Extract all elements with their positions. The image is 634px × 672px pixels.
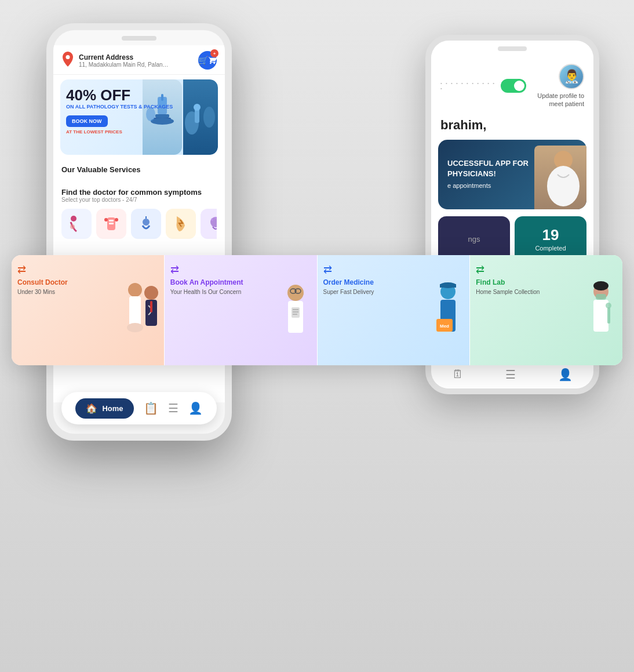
back-header: • • • • • • • • • • • • 👨‍⚕️ Update prof…: [431, 55, 593, 113]
svg-point-53: [606, 303, 611, 308]
service-card-order[interactable]: ⇄ Order Medicine Super Fast Delivery Med: [318, 255, 470, 365]
book-figures: [275, 275, 316, 365]
availability-toggle[interactable]: [501, 79, 526, 93]
lab-figures: [581, 275, 621, 365]
service-card-book[interactable]: ⇄ Book An Appointment Your Health Is Our…: [165, 255, 317, 365]
services-section: Our Valuable Services: [53, 159, 225, 183]
symptom-head[interactable]: [201, 209, 217, 239]
svg-point-30: [127, 323, 143, 332]
phone-notch: [122, 36, 156, 41]
symptom-arm[interactable]: [166, 209, 196, 239]
back-banner: UCCESSFUL APP FOR PHYSICIANS! e appointm…: [438, 140, 586, 209]
services-title: Our Valuable Services: [61, 165, 217, 174]
svg-point-28: [128, 283, 142, 297]
order-figures: Med: [428, 275, 468, 365]
home-label: Home: [102, 404, 123, 413]
phone-front: Current Address 11, Madakkulam Main Rd, …: [46, 23, 232, 441]
promo-price-text: AT THE LOWEST PRICES: [66, 129, 212, 135]
svg-rect-29: [129, 296, 141, 325]
consult-figures: [122, 275, 163, 365]
svg-point-20: [104, 218, 108, 221]
symptom-icons-row: [61, 209, 217, 239]
book-icon: ⇄: [170, 263, 311, 276]
nav-profile-icon[interactable]: 👤: [188, 401, 203, 415]
promo-banner: 40% OFF ON ALL PATHOLOGY TESTS & PACKAGE…: [60, 79, 218, 155]
back-nav-calendar[interactable]: 🗓: [452, 368, 464, 382]
back-greeting: brahim,: [431, 113, 593, 140]
symptom-bp[interactable]: [96, 209, 126, 239]
doctors-section-title: Find the doctor for common symptoms: [61, 188, 217, 197]
symptom-joint[interactable]: [61, 209, 92, 239]
service-card-consult[interactable]: ⇄ Consult Doctor Under 30 Mins: [12, 255, 164, 365]
back-nav-profile[interactable]: 👤: [558, 368, 573, 382]
completed-number: 19: [542, 227, 559, 242]
back-dots: • • • • • • • • • • • •: [440, 81, 501, 91]
doctors-section: Find the doctor for common symptoms Sele…: [53, 183, 225, 244]
svg-text:Med: Med: [440, 324, 449, 329]
svg-point-22: [143, 219, 150, 226]
svg-point-21: [115, 218, 118, 221]
svg-rect-36: [292, 307, 300, 318]
svg-point-15: [71, 216, 76, 221]
svg-rect-19: [109, 223, 114, 224]
symptom-stomach[interactable]: [131, 209, 161, 239]
svg-point-54: [593, 281, 609, 290]
promo-book-button[interactable]: BOOK NOW: [66, 115, 108, 127]
lab-icon: ⇄: [476, 263, 617, 276]
svg-point-3: [66, 55, 70, 59]
consult-icon: ⇄: [17, 263, 158, 276]
promo-desc: ON ALL PATHOLOGY TESTS & PACKAGES: [66, 104, 212, 111]
order-icon: ⇄: [323, 263, 464, 276]
service-card-lab[interactable]: ⇄ Find Lab Home Sample Collection: [470, 255, 622, 365]
back-nav-list[interactable]: ☰: [505, 368, 516, 382]
nav-reports-icon[interactable]: 📋: [144, 401, 158, 415]
service-strip: ⇄ Consult Doctor Under 30 Mins ⇄ Book An…: [12, 255, 622, 365]
cart-button[interactable]: +: [198, 51, 217, 70]
stat-label-bookings: ngs: [468, 235, 480, 244]
address-sub: 11, Madakkulam Main Rd, Palangantham, Ma…: [79, 61, 172, 68]
nav-menu-icon[interactable]: ☰: [168, 401, 178, 415]
completed-label: Completed: [535, 245, 566, 252]
doctor-avatar: 👨‍⚕️: [559, 64, 584, 89]
doctors-section-sub: Select your top doctors - 24/7: [61, 197, 217, 203]
svg-rect-33: [150, 301, 152, 313]
bottom-navbar: 🏠 Home 📋 ☰ 👤: [61, 392, 217, 424]
svg-rect-18: [109, 220, 114, 221]
greeting-name: brahim,: [440, 118, 584, 133]
location-pin-icon: [61, 52, 74, 67]
address-bar: Current Address 11, Madakkulam Main Rd, …: [53, 45, 225, 75]
update-profile-text: Update profile to meet patient: [532, 92, 584, 108]
promo-percent: 40% OFF: [66, 88, 212, 103]
banner-main-text: UCCESSFUL APP FOR PHYSICIANS!: [447, 158, 577, 179]
address-title: Current Address: [79, 53, 172, 61]
cart-badge: +: [210, 49, 218, 57]
svg-rect-45: [440, 284, 456, 288]
banner-sub-text: e appointments: [447, 181, 577, 190]
svg-rect-51: [596, 294, 606, 300]
svg-point-16: [70, 224, 75, 229]
svg-rect-52: [607, 307, 610, 324]
home-icon: 🏠: [86, 403, 97, 414]
home-nav-button[interactable]: 🏠 Home: [75, 398, 133, 419]
svg-point-31: [144, 286, 158, 300]
